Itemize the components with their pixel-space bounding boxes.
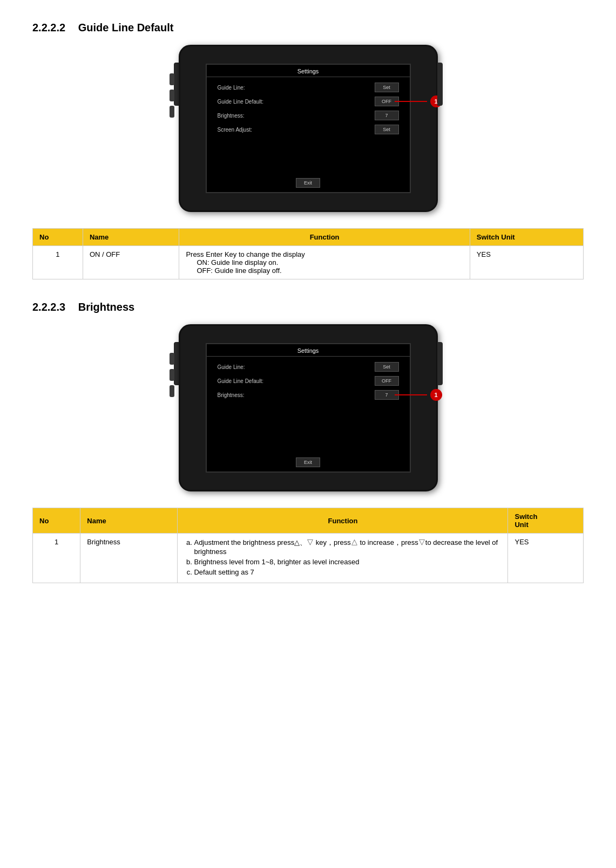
td-no: 1	[33, 246, 83, 279]
td-name: ON / OFF	[83, 246, 179, 279]
th-name-2: Name	[80, 508, 178, 534]
td-name-2: Brightness	[80, 534, 178, 583]
list-item: Adjustment the brightness press△、▽ key，p…	[194, 538, 501, 556]
table-row: 1 Brightness Adjustment the brightness p…	[33, 534, 584, 583]
side-btn	[170, 369, 174, 381]
screen-content-2: Guide Line: Set Guide Line Default: OFF …	[207, 357, 410, 455]
table-row: 1 ON / OFF Press Enter Key to change the…	[33, 246, 584, 279]
th-function-2: Function	[178, 508, 508, 534]
arrow-line-1	[395, 101, 427, 102]
section2-heading: 2.2.2.3 Brightness	[32, 301, 584, 313]
annotation-arrow-1: 1	[395, 95, 442, 107]
th-switch-2: SwitchUnit	[508, 508, 584, 534]
td-switch: YES	[470, 246, 583, 279]
screen-title-1: Settings	[207, 65, 410, 77]
table-section2: No Name Function SwitchUnit 1 Brightness…	[32, 508, 584, 583]
annotation-circle-1: 1	[430, 95, 442, 107]
section2-wrapper: 2.2.2.3 Brightness Settings Guide Line: …	[32, 301, 584, 583]
arrow-line-2	[395, 394, 427, 395]
device-1: Settings Guide Line: Set Guide Line Defa…	[179, 45, 438, 212]
annotation-circle-2: 1	[430, 389, 442, 401]
screen-row: Guide Line: Set	[218, 362, 399, 372]
device-screen-1: Settings Guide Line: Set Guide Line Defa…	[206, 64, 411, 193]
device-image-1: Settings Guide Line: Set Guide Line Defa…	[32, 45, 584, 212]
screen-row: Guide Line Default: OFF	[218, 376, 399, 386]
screen-title-2: Settings	[207, 344, 410, 357]
th-no-1: No	[33, 229, 83, 246]
th-name-1: Name	[83, 229, 179, 246]
side-btn	[170, 90, 174, 101]
th-switch-1: Switch Unit	[470, 229, 583, 246]
screen-row: Brightness: 7	[218, 111, 399, 120]
side-btn	[170, 106, 174, 118]
side-btn	[170, 353, 174, 365]
th-function-1: Function	[179, 229, 470, 246]
device-screen-2: Settings Guide Line: Set Guide Line Defa…	[206, 343, 411, 473]
td-no-2: 1	[33, 534, 80, 583]
section1-heading: 2.2.2.2 Guide Line Default	[32, 22, 584, 34]
screen-footer-1: Exit	[207, 176, 410, 192]
annotation-arrow-2: 1	[395, 389, 442, 401]
td-switch-2: YES	[508, 534, 584, 583]
device-2: Settings Guide Line: Set Guide Line Defa…	[179, 324, 438, 491]
device-image-2: Settings Guide Line: Set Guide Line Defa…	[32, 324, 584, 491]
screen-content-1: Guide Line: Set Guide Line Default: OFF …	[207, 77, 410, 176]
td-function-2: Adjustment the brightness press△、▽ key，p…	[178, 534, 508, 583]
left-buttons-1	[170, 73, 174, 118]
left-buttons-2	[170, 353, 174, 397]
side-btn	[170, 385, 174, 397]
screen-row-annotated: Guide Line Default: OFF 1	[218, 97, 399, 106]
table-section1: No Name Function Switch Unit 1 ON / OFF …	[32, 228, 584, 279]
screen-row: Screen Adjust: Set	[218, 125, 399, 134]
screen-row: Guide Line: Set	[218, 83, 399, 92]
list-item: Brightness level from 1~8, brighter as l…	[194, 558, 501, 566]
th-no-2: No	[33, 508, 80, 534]
td-function: Press Enter Key to change the display ON…	[179, 246, 470, 279]
list-item: Default setting as 7	[194, 568, 501, 576]
screen-footer-2: Exit	[207, 455, 410, 471]
side-btn	[170, 73, 174, 85]
screen-row-annotated-2: Brightness: 7 1	[218, 390, 399, 400]
